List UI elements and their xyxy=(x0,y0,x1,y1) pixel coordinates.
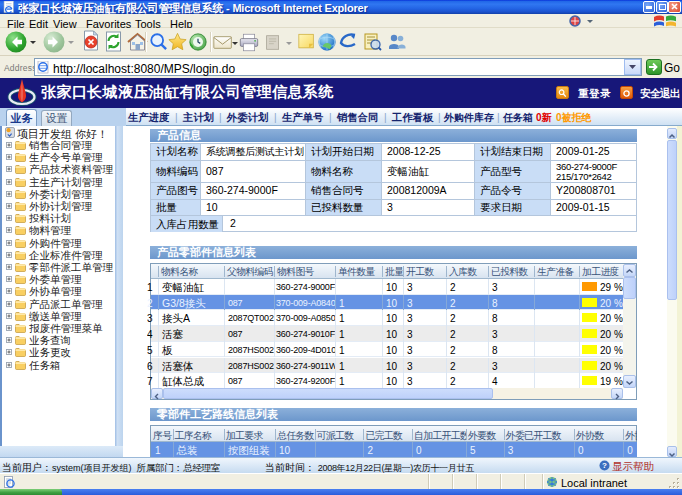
svg-text:?: ? xyxy=(602,460,607,470)
